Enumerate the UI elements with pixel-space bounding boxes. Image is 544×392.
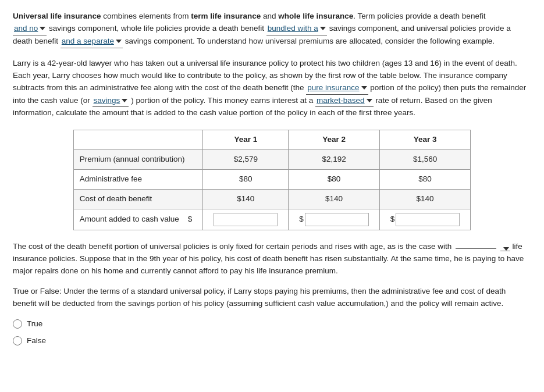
dropdown-bundled-arrow [320, 27, 326, 30]
cash-value-year2-input[interactable] [305, 213, 369, 226]
intro-paragraph: Universal life insurance combines elemen… [13, 10, 531, 48]
col-year3: Year 3 [379, 130, 471, 150]
dropdown-and-no[interactable]: and no [13, 23, 47, 35]
dropdown-life-insurance-type[interactable] [500, 247, 510, 251]
table-row: Administrative fee $80 $80 $80 [73, 170, 471, 190]
dropdown-separate-arrow [116, 40, 122, 43]
row-premium-y1: $2,579 [203, 150, 289, 170]
row-admin-label: Administrative fee [73, 170, 203, 190]
row-admin-y2: $80 [289, 170, 380, 190]
dollar-sign-y3: $ [390, 213, 395, 226]
dropdown-and-no-arrow [40, 27, 45, 30]
term-term-life: term life insurance [191, 12, 261, 20]
row-admin-y3: $80 [379, 170, 471, 190]
true-false-options: True False [13, 318, 531, 347]
dollar-sign-y2: $ [299, 213, 304, 226]
scenario-paragraph: Larry is a 42-year-old lawyer who has ta… [13, 58, 531, 120]
dropdown-life-type-arrow [503, 247, 509, 251]
dropdown-market-based[interactable]: market-based [315, 95, 374, 108]
radio-true[interactable] [13, 319, 22, 329]
cash-value-year1-input[interactable] [214, 213, 278, 226]
dropdown-and-a-separate[interactable]: and a separate [61, 35, 123, 48]
option-true-label: True [27, 318, 42, 330]
row-cash-y2-cell[interactable]: $ [289, 209, 380, 230]
table-row-cash-value: Amount added to cash value $ $ $ [73, 209, 471, 230]
premium-table: Year 1 Year 2 Year 3 Premium (annual con… [73, 130, 471, 230]
row-admin-y1: $80 [203, 170, 289, 190]
table-row: Premium (annual contribution) $2,579 $2,… [73, 150, 471, 170]
col-year1: Year 1 [203, 130, 289, 150]
row-premium-y2: $2,192 [289, 150, 380, 170]
col-label [73, 130, 203, 150]
row-death-label: Cost of death benefit [73, 190, 203, 209]
row-death-y1: $140 [203, 190, 289, 209]
dropdown-bundled-with-a[interactable]: bundled with a [266, 23, 327, 35]
col-year2: Year 2 [289, 130, 380, 150]
option-true[interactable]: True [13, 318, 531, 330]
dropdown-market-based-arrow [367, 99, 372, 102]
row-death-y3: $140 [379, 190, 471, 209]
row-cash-label: Amount added to cash value $ [73, 209, 203, 230]
dropdown-savings-arrow [122, 99, 127, 102]
option-false-label: False [27, 335, 46, 347]
row-cash-y3-cell[interactable]: $ [379, 209, 471, 230]
dropdown-savings[interactable]: savings [93, 95, 129, 108]
row-premium-label: Premium (annual contribution) [73, 150, 203, 170]
row-premium-y3: $1,560 [379, 150, 471, 170]
dropdown-pure-insurance[interactable]: pure insurance [306, 82, 368, 95]
option-false[interactable]: False [13, 335, 531, 347]
cash-value-year3-input[interactable] [396, 213, 460, 226]
term-universal-life: Universal life insurance [13, 12, 101, 20]
table-row: Cost of death benefit $140 $140 $140 [73, 190, 471, 209]
row-death-y2: $140 [289, 190, 380, 209]
term-whole-life: whole life insurance [278, 12, 353, 20]
row-cash-y1-cell[interactable] [203, 209, 289, 230]
radio-false[interactable] [13, 336, 22, 345]
true-false-question: True or False: Under the terms of a stan… [13, 286, 531, 310]
followup-paragraph: The cost of the death benefit portion of… [13, 241, 531, 277]
dropdown-pure-insurance-arrow [361, 86, 367, 90]
